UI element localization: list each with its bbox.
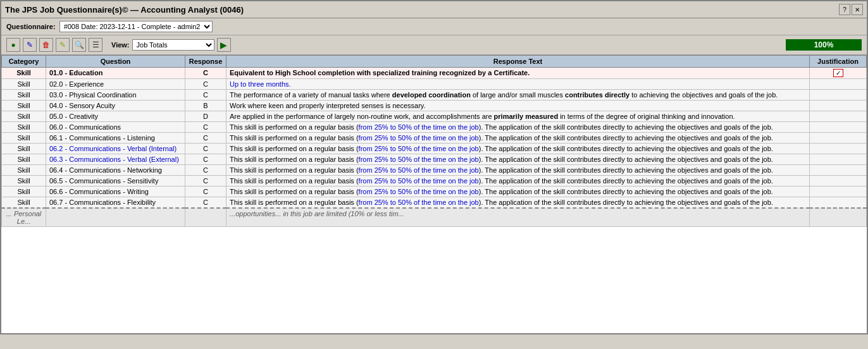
cell-category: Skill (2, 111, 46, 122)
table-body: Skill 01.0 - Education C Equivalent to H… (2, 68, 867, 227)
table-row: Skill 04.0 - Sensory Acuity B Work where… (2, 101, 867, 111)
header-question: Question (46, 56, 185, 68)
cell-response: C (185, 187, 226, 197)
cell-question: 05.0 - Creativity (46, 111, 185, 122)
cell-category: Skill (2, 101, 46, 111)
table-row: ... Personal Le... ...opportunities... i… (2, 208, 867, 227)
cell-response-text: This skill is performed on a regular bas… (226, 187, 810, 197)
cell-response-text: This skill is performed on a regular bas… (226, 133, 810, 144)
cell-response: C (185, 154, 226, 165)
cell-response-text: ...opportunities... in this job are limi… (226, 208, 810, 227)
data-table-container[interactable]: Category Question Response Response Text… (1, 55, 867, 333)
cell-question: 06.2 - Communications - Verbal (Internal… (46, 144, 185, 154)
progress-bar: 100% (786, 39, 862, 51)
cell-justification (810, 197, 867, 209)
cell-question: 01.0 - Education (46, 68, 185, 79)
view-label: View: (111, 41, 130, 49)
toolbar: ● ✎ 🗑 ✎ 🔍 ☰ View: Job Totals ▶ 100% (1, 35, 867, 55)
edit-button[interactable]: ✎ (23, 38, 37, 52)
table-row: Skill 01.0 - Education C Equivalent to H… (2, 68, 867, 79)
header-category: Category (2, 56, 46, 68)
cell-response: C (185, 176, 226, 187)
cell-question: 06.0 - Communications (46, 122, 185, 133)
cell-response: D (185, 111, 226, 122)
cell-response-text: This skill is performed on a regular bas… (226, 197, 810, 209)
cell-category: Skill (2, 187, 46, 197)
cell-response: C (185, 79, 226, 90)
cell-response (185, 208, 226, 227)
questionnaire-bar: Questionnaire: #008 Date: 2023-12-11 - C… (1, 18, 867, 35)
cell-response-text: This skill is performed on a regular bas… (226, 144, 810, 154)
cell-category: Skill (2, 197, 46, 209)
cell-category: Skill (2, 122, 46, 133)
refresh-button[interactable]: ▶ (217, 38, 231, 52)
cell-justification (810, 79, 867, 90)
table-row: Skill 06.7 - Communications - Flexibilit… (2, 197, 867, 209)
table-row: Skill 06.4 - Communications - Networking… (2, 165, 867, 176)
cell-response-text: This skill is performed on a regular bas… (226, 165, 810, 176)
progress-label: 100% (814, 40, 834, 49)
cell-justification: ✓ (810, 68, 867, 79)
cell-category: Skill (2, 144, 46, 154)
close-button[interactable]: ✕ (852, 4, 863, 15)
cell-response: C (185, 197, 226, 209)
questionnaire-label: Questionnaire: (6, 23, 56, 30)
cell-question: 06.6 - Communications - Writing (46, 187, 185, 197)
header-response: Response (185, 56, 226, 68)
table-row: Skill 06.2 - Communications - Verbal (In… (2, 144, 867, 154)
cell-justification (810, 101, 867, 111)
cell-question: 03.0 - Physical Coordination (46, 90, 185, 101)
cell-response-text: Work where keen and properly interpreted… (226, 101, 810, 111)
cell-question: 04.0 - Sensory Acuity (46, 101, 185, 111)
cell-justification (810, 208, 867, 227)
cell-response: C (185, 133, 226, 144)
cell-justification (810, 111, 867, 122)
table-row: Skill 05.0 - Creativity D Are applied in… (2, 111, 867, 122)
cell-response-text: This skill is performed on a regular bas… (226, 176, 810, 187)
cell-response-text: This skill is performed on a regular bas… (226, 154, 810, 165)
view-section: View: Job Totals ▶ (111, 38, 231, 52)
cell-question: 06.7 - Communications - Flexibility (46, 197, 185, 209)
table-row: Skill 06.5 - Communications - Sensitivit… (2, 176, 867, 187)
table-header-row: Category Question Response Response Text… (2, 56, 867, 68)
cell-justification (810, 122, 867, 133)
cell-response: C (185, 144, 226, 154)
table-row: Skill 06.1 - Communications - Listening … (2, 133, 867, 144)
list-button[interactable]: ☰ (89, 38, 102, 52)
cell-response-text: Equivalent to High School completion wit… (226, 68, 810, 79)
cell-category: Skill (2, 176, 46, 187)
search-button[interactable]: 🔍 (72, 38, 86, 52)
cell-justification (810, 154, 867, 165)
cell-response: C (185, 165, 226, 176)
cell-category: Skill (2, 79, 46, 90)
table-row: Skill 03.0 - Physical Coordination C The… (2, 90, 867, 101)
cell-question: 06.5 - Communications - Sensitivity (46, 176, 185, 187)
view-select[interactable]: Job Totals (132, 39, 214, 51)
copy-button[interactable]: ✎ (56, 38, 70, 52)
header-response-text: Response Text (226, 56, 810, 68)
cell-justification (810, 187, 867, 197)
cell-justification (810, 144, 867, 154)
cell-category: Skill (2, 165, 46, 176)
delete-button[interactable]: 🗑 (39, 38, 53, 52)
add-button[interactable]: ● (6, 38, 20, 52)
cell-response-text: This skill is performed on a regular bas… (226, 122, 810, 133)
table-row: Skill 06.0 - Communications C This skill… (2, 122, 867, 133)
table-row: Skill 06.3 - Communications - Verbal (Ex… (2, 154, 867, 165)
cell-question: 06.3 - Communications - Verbal (External… (46, 154, 185, 165)
window-title: The JPS Job Questionnaire(s)© — Accounti… (5, 5, 244, 15)
cell-category: Skill (2, 68, 46, 79)
cell-response-text: The performance of a variety of manual t… (226, 90, 810, 101)
cell-response: C (185, 122, 226, 133)
cell-category: Skill (2, 133, 46, 144)
table-row: Skill 06.6 - Communications - Writing C … (2, 187, 867, 197)
cell-response: C (185, 90, 226, 101)
help-button[interactable]: ? (839, 4, 850, 15)
cell-response: C (185, 68, 226, 79)
table-row: Skill 02.0 - Experience C Up to three mo… (2, 79, 867, 90)
justification-check[interactable]: ✓ (833, 69, 843, 77)
cell-justification (810, 176, 867, 187)
cell-justification (810, 133, 867, 144)
header-justification: Justification (810, 56, 867, 68)
questionnaire-select[interactable]: #008 Date: 2023-12-11 - Complete - admin… (59, 21, 213, 32)
